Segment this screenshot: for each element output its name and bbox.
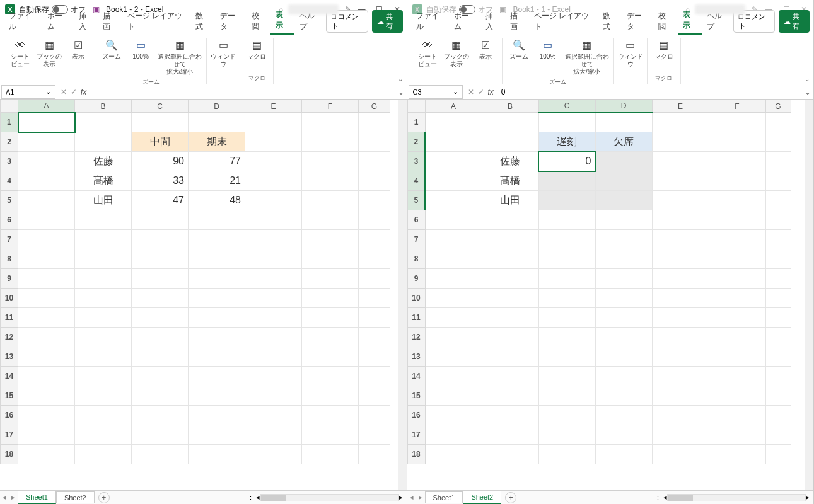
cell[interactable] bbox=[595, 425, 652, 445]
cell[interactable] bbox=[245, 191, 302, 210]
cell[interactable] bbox=[75, 367, 132, 386]
cell[interactable] bbox=[709, 230, 765, 249]
fx-icon[interactable]: fx bbox=[81, 88, 86, 96]
cell[interactable] bbox=[765, 230, 791, 249]
cell[interactable] bbox=[18, 308, 75, 328]
cell[interactable] bbox=[538, 328, 595, 347]
cell[interactable] bbox=[765, 328, 791, 347]
zoom-100-button[interactable]: ▭100% bbox=[127, 38, 154, 62]
cell[interactable]: 90 bbox=[132, 152, 189, 171]
cell[interactable] bbox=[189, 367, 245, 386]
cell[interactable] bbox=[189, 386, 245, 406]
collapse-ribbon-icon[interactable]: ⌄ bbox=[398, 76, 403, 83]
cell[interactable]: 48 bbox=[189, 191, 245, 210]
cell[interactable] bbox=[18, 328, 75, 347]
row-header[interactable]: 11 bbox=[1, 308, 18, 328]
cell[interactable] bbox=[595, 289, 652, 308]
cell[interactable] bbox=[538, 269, 595, 289]
cell[interactable] bbox=[425, 328, 482, 347]
cell[interactable] bbox=[189, 308, 245, 328]
cell[interactable] bbox=[245, 445, 302, 464]
zoom-button[interactable]: 🔍ズーム bbox=[505, 38, 533, 62]
cell[interactable] bbox=[359, 171, 390, 191]
cell[interactable] bbox=[18, 347, 75, 367]
cell[interactable] bbox=[709, 210, 765, 230]
cell[interactable] bbox=[482, 289, 538, 308]
cell[interactable] bbox=[75, 132, 132, 152]
cell[interactable] bbox=[302, 347, 359, 367]
cell[interactable] bbox=[75, 249, 132, 269]
cell[interactable] bbox=[538, 406, 595, 425]
vertical-scrollbar[interactable] bbox=[398, 100, 407, 490]
cell[interactable] bbox=[765, 347, 791, 367]
add-sheet-button[interactable]: + bbox=[505, 492, 516, 503]
cell[interactable] bbox=[18, 367, 75, 386]
cell[interactable] bbox=[359, 425, 390, 445]
confirm-icon[interactable]: ✓ bbox=[71, 88, 77, 96]
cell[interactable] bbox=[538, 347, 595, 367]
chevron-down-icon[interactable]: ⌄ bbox=[45, 88, 51, 96]
row-header[interactable]: 5 bbox=[407, 191, 425, 210]
sheet-next-icon[interactable]: ▸ bbox=[9, 493, 18, 501]
row-header[interactable]: 9 bbox=[407, 269, 425, 289]
cell[interactable] bbox=[652, 191, 709, 210]
cell[interactable] bbox=[482, 269, 538, 289]
col-header[interactable]: E bbox=[245, 100, 302, 113]
col-header[interactable]: E bbox=[652, 100, 709, 113]
cell[interactable] bbox=[425, 347, 482, 367]
cell[interactable] bbox=[595, 347, 652, 367]
cell[interactable] bbox=[302, 445, 359, 464]
sheet-view-button[interactable]: 👁シート ビュー bbox=[6, 38, 34, 69]
show-button[interactable]: ☑表示 bbox=[472, 38, 499, 62]
cell[interactable] bbox=[18, 386, 75, 406]
cell[interactable] bbox=[302, 249, 359, 269]
cell[interactable] bbox=[765, 406, 791, 425]
toggle-icon[interactable] bbox=[52, 5, 68, 14]
cell[interactable] bbox=[425, 152, 482, 171]
cell[interactable] bbox=[18, 152, 75, 171]
cell[interactable] bbox=[652, 425, 709, 445]
cell[interactable] bbox=[765, 269, 791, 289]
cell[interactable] bbox=[302, 191, 359, 210]
cell[interactable] bbox=[132, 308, 189, 328]
cell[interactable]: 佐藤 bbox=[75, 152, 132, 171]
cell[interactable] bbox=[652, 406, 709, 425]
cell[interactable] bbox=[75, 445, 132, 464]
cell[interactable] bbox=[132, 406, 189, 425]
tab-layout[interactable]: ページ レイアウト bbox=[529, 8, 598, 35]
row-header[interactable]: 4 bbox=[1, 171, 18, 191]
row-header[interactable]: 15 bbox=[407, 386, 425, 406]
row-header[interactable]: 17 bbox=[407, 425, 425, 445]
show-button[interactable]: ☑表示 bbox=[64, 38, 92, 62]
cell[interactable] bbox=[652, 347, 709, 367]
cell[interactable] bbox=[595, 328, 652, 347]
row-header[interactable]: 6 bbox=[1, 210, 18, 230]
cell[interactable] bbox=[538, 445, 595, 464]
cell[interactable]: 遅刻 bbox=[538, 132, 595, 152]
row-header[interactable]: 4 bbox=[407, 171, 425, 191]
col-header[interactable]: A bbox=[425, 100, 482, 113]
cell[interactable] bbox=[652, 308, 709, 328]
zoom-button[interactable]: 🔍ズーム bbox=[98, 38, 125, 62]
cell[interactable] bbox=[709, 328, 765, 347]
cell[interactable] bbox=[245, 386, 302, 406]
collapse-ribbon-icon[interactable]: ⌄ bbox=[805, 76, 810, 83]
row-header[interactable]: 9 bbox=[1, 269, 18, 289]
cell[interactable] bbox=[595, 308, 652, 328]
cell[interactable] bbox=[652, 289, 709, 308]
row-header[interactable]: 14 bbox=[407, 367, 425, 386]
cell[interactable] bbox=[132, 289, 189, 308]
cell[interactable] bbox=[132, 347, 189, 367]
cell[interactable] bbox=[245, 289, 302, 308]
zoom-selection-button[interactable]: ▦選択範囲に合わせて 拡大/縮小 bbox=[156, 38, 204, 77]
row-header[interactable]: 3 bbox=[1, 152, 18, 171]
cell[interactable] bbox=[189, 406, 245, 425]
cell[interactable] bbox=[189, 249, 245, 269]
macro-button[interactable]: ▤マクロ bbox=[243, 38, 270, 62]
cell[interactable] bbox=[652, 210, 709, 230]
cell[interactable] bbox=[245, 308, 302, 328]
cell[interactable] bbox=[425, 113, 482, 132]
cell[interactable] bbox=[538, 113, 595, 132]
cell[interactable] bbox=[765, 191, 791, 210]
cell[interactable] bbox=[18, 113, 75, 132]
